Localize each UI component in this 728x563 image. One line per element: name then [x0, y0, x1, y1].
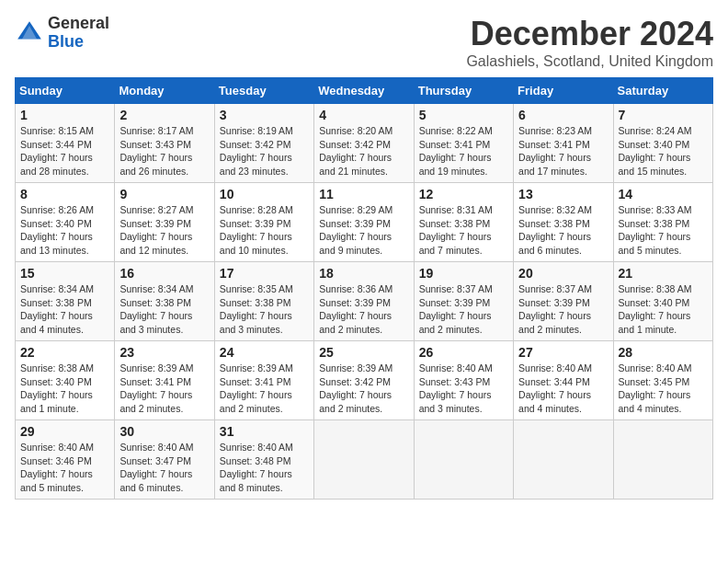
calendar-table: Sunday Monday Tuesday Wednesday Thursday… — [15, 77, 713, 500]
calendar-body: 1 Sunrise: 8:15 AMSunset: 3:44 PMDayligh… — [16, 104, 713, 500]
cell-text: Sunrise: 8:39 AMSunset: 3:42 PMDaylight:… — [319, 362, 392, 414]
table-row: 27 Sunrise: 8:40 AMSunset: 3:44 PMDaylig… — [514, 341, 613, 420]
day-number: 15 — [20, 266, 109, 281]
day-number: 24 — [220, 345, 309, 360]
day-number: 21 — [619, 266, 708, 281]
table-row — [514, 420, 613, 500]
table-row: 7 Sunrise: 8:24 AMSunset: 3:40 PMDayligh… — [613, 104, 712, 183]
day-number: 30 — [119, 424, 209, 439]
calendar-row: 8 Sunrise: 8:26 AMSunset: 3:40 PMDayligh… — [16, 183, 713, 262]
table-row: 24 Sunrise: 8:39 AMSunset: 3:41 PMDaylig… — [214, 341, 313, 420]
cell-text: Sunrise: 8:29 AMSunset: 3:39 PMDaylight:… — [319, 204, 392, 256]
calendar-header-row: Sunday Monday Tuesday Wednesday Thursday… — [16, 78, 713, 104]
day-number: 9 — [119, 187, 209, 201]
cell-text: Sunrise: 8:39 AMSunset: 3:41 PMDaylight:… — [220, 362, 293, 414]
cell-text: Sunrise: 8:36 AMSunset: 3:39 PMDaylight:… — [319, 283, 392, 335]
day-number: 18 — [319, 266, 408, 281]
day-number: 8 — [20, 187, 109, 201]
col-thursday: Thursday — [414, 78, 513, 104]
table-row: 26 Sunrise: 8:40 AMSunset: 3:43 PMDaylig… — [414, 341, 513, 420]
calendar-row: 22 Sunrise: 8:38 AMSunset: 3:40 PMDaylig… — [16, 341, 713, 420]
table-row: 6 Sunrise: 8:23 AMSunset: 3:41 PMDayligh… — [514, 104, 613, 183]
table-row: 3 Sunrise: 8:19 AMSunset: 3:42 PMDayligh… — [214, 104, 313, 183]
day-number: 16 — [119, 266, 209, 281]
day-number: 23 — [119, 345, 209, 360]
cell-text: Sunrise: 8:27 AMSunset: 3:39 PMDaylight:… — [119, 204, 193, 256]
cell-text: Sunrise: 8:38 AMSunset: 3:40 PMDaylight:… — [619, 283, 692, 335]
cell-text: Sunrise: 8:37 AMSunset: 3:39 PMDaylight:… — [518, 283, 592, 335]
table-row: 17 Sunrise: 8:35 AMSunset: 3:38 PMDaylig… — [214, 262, 313, 341]
table-row — [613, 420, 712, 500]
table-row: 20 Sunrise: 8:37 AMSunset: 3:39 PMDaylig… — [514, 262, 613, 341]
cell-text: Sunrise: 8:34 AMSunset: 3:38 PMDaylight:… — [119, 283, 193, 335]
cell-text: Sunrise: 8:24 AMSunset: 3:40 PMDaylight:… — [619, 125, 692, 177]
table-row — [314, 420, 414, 500]
day-number: 1 — [20, 108, 109, 122]
table-row: 31 Sunrise: 8:40 AMSunset: 3:48 PMDaylig… — [214, 420, 313, 500]
calendar-row: 1 Sunrise: 8:15 AMSunset: 3:44 PMDayligh… — [16, 104, 713, 183]
day-number: 14 — [619, 187, 708, 201]
table-row: 19 Sunrise: 8:37 AMSunset: 3:39 PMDaylig… — [414, 262, 513, 341]
col-saturday: Saturday — [613, 78, 712, 104]
cell-text: Sunrise: 8:28 AMSunset: 3:39 PMDaylight:… — [220, 204, 293, 256]
cell-text: Sunrise: 8:40 AMSunset: 3:46 PMDaylight:… — [20, 442, 94, 493]
day-number: 6 — [518, 108, 608, 122]
cell-text: Sunrise: 8:33 AMSunset: 3:38 PMDaylight:… — [619, 204, 692, 256]
day-number: 13 — [518, 187, 608, 201]
title-area: December 2024 Galashiels, Scotland, Unit… — [466, 15, 713, 70]
table-row: 25 Sunrise: 8:39 AMSunset: 3:42 PMDaylig… — [314, 341, 414, 420]
cell-text: Sunrise: 8:23 AMSunset: 3:41 PMDaylight:… — [518, 125, 592, 177]
day-number: 22 — [20, 345, 109, 360]
cell-text: Sunrise: 8:31 AMSunset: 3:38 PMDaylight:… — [419, 204, 493, 256]
cell-text: Sunrise: 8:40 AMSunset: 3:43 PMDaylight:… — [419, 362, 493, 414]
table-row: 18 Sunrise: 8:36 AMSunset: 3:39 PMDaylig… — [314, 262, 414, 341]
logo-text: General Blue — [48, 15, 109, 52]
day-number: 11 — [319, 187, 408, 201]
cell-text: Sunrise: 8:39 AMSunset: 3:41 PMDaylight:… — [119, 362, 193, 414]
day-number: 20 — [518, 266, 608, 281]
table-row: 13 Sunrise: 8:32 AMSunset: 3:38 PMDaylig… — [514, 183, 613, 262]
cell-text: Sunrise: 8:17 AMSunset: 3:43 PMDaylight:… — [119, 125, 193, 177]
table-row — [414, 420, 513, 500]
table-row: 11 Sunrise: 8:29 AMSunset: 3:39 PMDaylig… — [314, 183, 414, 262]
cell-text: Sunrise: 8:40 AMSunset: 3:45 PMDaylight:… — [619, 362, 692, 414]
cell-text: Sunrise: 8:22 AMSunset: 3:41 PMDaylight:… — [419, 125, 493, 177]
logo: General Blue — [15, 15, 109, 52]
table-row: 5 Sunrise: 8:22 AMSunset: 3:41 PMDayligh… — [414, 104, 513, 183]
location-title: Galashiels, Scotland, United Kingdom — [466, 53, 713, 70]
day-number: 17 — [220, 266, 309, 281]
cell-text: Sunrise: 8:40 AMSunset: 3:44 PMDaylight:… — [518, 362, 592, 414]
day-number: 19 — [419, 266, 508, 281]
table-row: 9 Sunrise: 8:27 AMSunset: 3:39 PMDayligh… — [115, 183, 214, 262]
col-sunday: Sunday — [16, 78, 115, 104]
cell-text: Sunrise: 8:34 AMSunset: 3:38 PMDaylight:… — [20, 283, 94, 335]
table-row: 30 Sunrise: 8:40 AMSunset: 3:47 PMDaylig… — [115, 420, 214, 500]
cell-text: Sunrise: 8:19 AMSunset: 3:42 PMDaylight:… — [220, 125, 293, 177]
cell-text: Sunrise: 8:26 AMSunset: 3:40 PMDaylight:… — [20, 204, 94, 256]
col-friday: Friday — [514, 78, 613, 104]
day-number: 25 — [319, 345, 408, 360]
day-number: 7 — [619, 108, 708, 122]
cell-text: Sunrise: 8:35 AMSunset: 3:38 PMDaylight:… — [220, 283, 293, 335]
logo-icon — [15, 18, 44, 48]
table-row: 29 Sunrise: 8:40 AMSunset: 3:46 PMDaylig… — [16, 420, 115, 500]
cell-text: Sunrise: 8:32 AMSunset: 3:38 PMDaylight:… — [518, 204, 592, 256]
col-tuesday: Tuesday — [214, 78, 313, 104]
table-row: 23 Sunrise: 8:39 AMSunset: 3:41 PMDaylig… — [115, 341, 214, 420]
col-monday: Monday — [115, 78, 214, 104]
table-row: 12 Sunrise: 8:31 AMSunset: 3:38 PMDaylig… — [414, 183, 513, 262]
cell-text: Sunrise: 8:20 AMSunset: 3:42 PMDaylight:… — [319, 125, 392, 177]
cell-text: Sunrise: 8:15 AMSunset: 3:44 PMDaylight:… — [20, 125, 94, 177]
day-number: 29 — [20, 424, 109, 439]
table-row: 10 Sunrise: 8:28 AMSunset: 3:39 PMDaylig… — [214, 183, 313, 262]
day-number: 28 — [619, 345, 708, 360]
cell-text: Sunrise: 8:37 AMSunset: 3:39 PMDaylight:… — [419, 283, 493, 335]
table-row: 2 Sunrise: 8:17 AMSunset: 3:43 PMDayligh… — [115, 104, 214, 183]
day-number: 12 — [419, 187, 508, 201]
col-wednesday: Wednesday — [314, 78, 414, 104]
table-row: 28 Sunrise: 8:40 AMSunset: 3:45 PMDaylig… — [613, 341, 712, 420]
cell-text: Sunrise: 8:38 AMSunset: 3:40 PMDaylight:… — [20, 362, 94, 414]
table-row: 22 Sunrise: 8:38 AMSunset: 3:40 PMDaylig… — [16, 341, 115, 420]
calendar-row: 29 Sunrise: 8:40 AMSunset: 3:46 PMDaylig… — [16, 420, 713, 500]
day-number: 26 — [419, 345, 508, 360]
